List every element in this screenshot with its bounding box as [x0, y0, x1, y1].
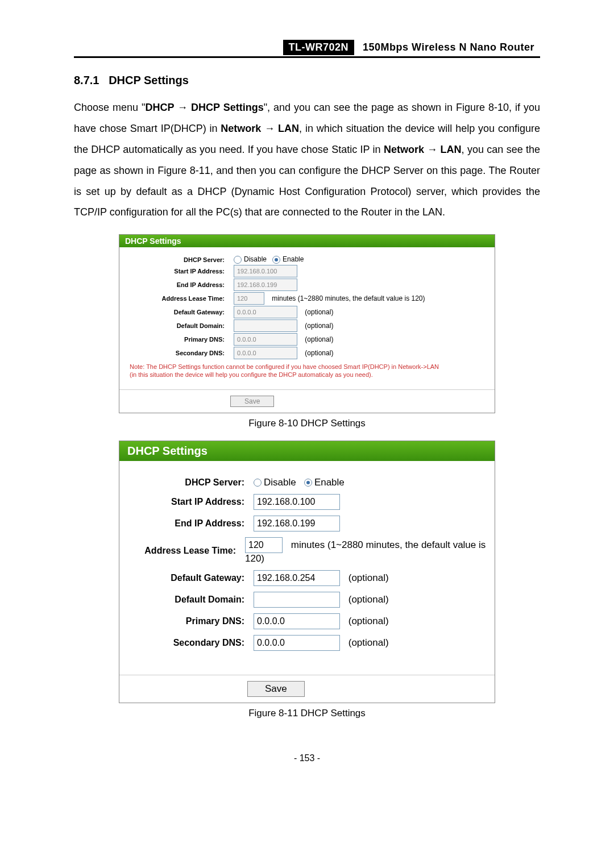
- label-end-ip: End IP Address:: [125, 518, 254, 529]
- input-sdns[interactable]: [234, 347, 297, 359]
- section-number: 8.7.1: [74, 74, 99, 86]
- panel1-note: Note: The DHCP Settings function cannot …: [125, 360, 489, 381]
- input-start-ip[interactable]: [234, 265, 297, 277]
- figure-caption-8-11: Figure 8-11 DHCP Settings: [74, 708, 540, 719]
- hint-optional: (optional): [305, 308, 333, 316]
- label-dhcp-server: DHCP Server:: [125, 477, 254, 488]
- label-start-ip: Start IP Address:: [125, 268, 234, 275]
- section-title: DHCP Settings: [109, 74, 189, 86]
- lease-hint: minutes (1~2880 minutes, the default val…: [272, 294, 425, 302]
- page-header: TL-WR702N 150Mbps Wireless N Nano Router: [74, 40, 540, 58]
- input-sdns[interactable]: [254, 635, 340, 651]
- input-end-ip[interactable]: [234, 279, 297, 291]
- label-lease: Address Lease Time:: [125, 546, 245, 556]
- label-end-ip: End IP Address:: [125, 281, 234, 288]
- save-button[interactable]: Save: [247, 681, 305, 697]
- panel2-title: DHCP Settings: [119, 441, 495, 461]
- page-number: - 153 -: [74, 753, 540, 763]
- input-domain[interactable]: [254, 592, 340, 608]
- figure-caption-8-10: Figure 8-10 DHCP Settings: [74, 418, 540, 429]
- radio-enable[interactable]: [304, 479, 312, 487]
- label-start-ip: Start IP Address:: [125, 497, 254, 507]
- input-domain[interactable]: [234, 319, 297, 332]
- radio-disable[interactable]: [234, 256, 242, 264]
- section-heading: 8.7.1 DHCP Settings: [74, 74, 540, 87]
- hint-optional: (optional): [349, 616, 389, 626]
- dhcp-panel-figure-8-10: DHCP Settings DHCP Server: Disable Enabl…: [119, 234, 495, 413]
- input-pdns[interactable]: [234, 333, 297, 346]
- panel2-footer: Save: [119, 675, 495, 703]
- input-lease[interactable]: [245, 537, 283, 553]
- radio-enable[interactable]: [272, 256, 280, 264]
- model-number: TL-WR702N: [283, 40, 355, 55]
- dhcp-panel-figure-8-11: DHCP Settings DHCP Server: Disable Enabl…: [119, 441, 495, 703]
- input-start-ip[interactable]: [254, 494, 340, 510]
- input-gateway[interactable]: [254, 570, 340, 586]
- label-sdns: Secondary DNS:: [125, 638, 254, 648]
- model-description: 150Mbps Wireless N Nano Router: [357, 40, 540, 55]
- save-button[interactable]: Save: [230, 396, 274, 407]
- body-paragraph: Choose menu "DHCP → DHCP Settings", and …: [74, 97, 540, 223]
- hint-optional: (optional): [305, 322, 333, 330]
- radio-disable[interactable]: [254, 479, 262, 487]
- hint-optional: (optional): [349, 637, 389, 648]
- input-lease[interactable]: [234, 292, 264, 305]
- label-sdns: Secondary DNS:: [125, 350, 234, 356]
- label-domain: Default Domain:: [125, 595, 254, 605]
- dhcp-server-radios: Disable Enable: [254, 477, 345, 488]
- label-pdns: Primary DNS:: [125, 616, 254, 626]
- hint-optional: (optional): [349, 594, 389, 605]
- panel1-title: DHCP Settings: [119, 235, 495, 247]
- label-pdns: Primary DNS:: [125, 336, 234, 343]
- hint-optional: (optional): [305, 335, 333, 343]
- input-pdns[interactable]: [254, 613, 340, 629]
- hint-optional: (optional): [305, 349, 333, 357]
- label-domain: Default Domain:: [125, 322, 234, 329]
- label-dhcp-server: DHCP Server:: [125, 256, 234, 263]
- dhcp-server-radios: Disable Enable: [234, 255, 304, 264]
- label-gateway: Default Gateway:: [125, 309, 234, 315]
- hint-optional: (optional): [349, 572, 389, 583]
- input-end-ip[interactable]: [254, 516, 340, 531]
- panel1-footer: Save: [119, 389, 495, 413]
- label-lease: Address Lease Time:: [125, 295, 234, 302]
- input-gateway[interactable]: [234, 306, 297, 318]
- label-gateway: Default Gateway:: [125, 573, 254, 583]
